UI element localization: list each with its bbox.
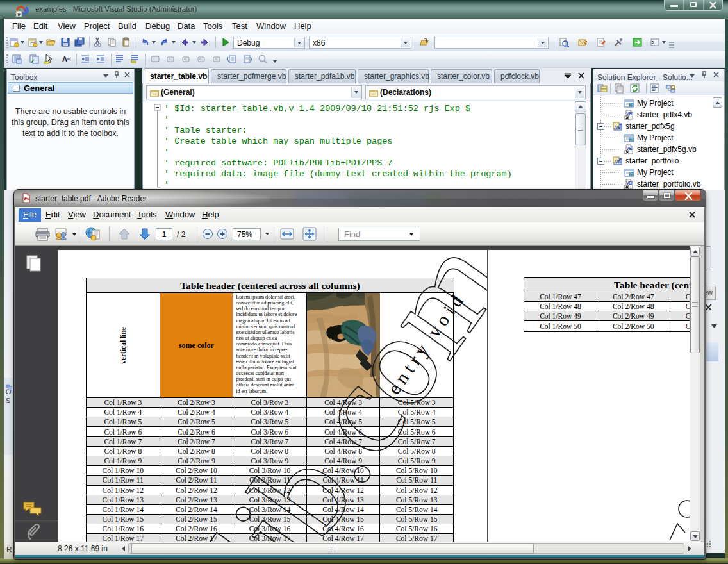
svg-text:9: 9 xyxy=(17,12,21,17)
svg-text:VB: VB xyxy=(615,125,621,129)
svg-text:pdflib.com: pdflib.com xyxy=(81,250,488,542)
svg-text:VB: VB xyxy=(626,146,632,151)
svg-text:VB: VB xyxy=(615,160,621,164)
svg-text:VB: VB xyxy=(626,181,632,185)
svg-text:VB: VB xyxy=(626,112,632,116)
svg-text:A: A xyxy=(62,55,67,63)
